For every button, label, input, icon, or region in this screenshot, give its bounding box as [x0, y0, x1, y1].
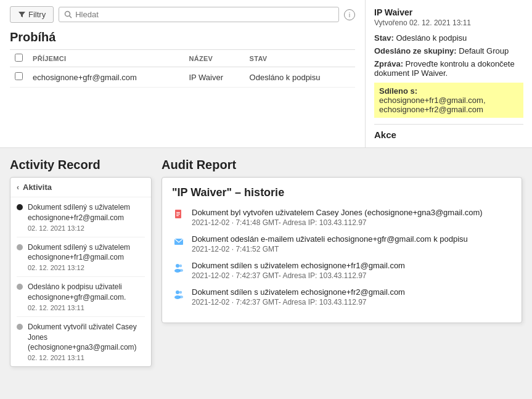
stav-label: Stav:: [374, 33, 394, 43]
odesl-value: Default Group: [459, 46, 509, 56]
row-status: Odesláno k podpisu: [245, 67, 355, 88]
audit-card-title: "IP Waiver" – historie: [172, 186, 512, 199]
activity-dot: [17, 284, 23, 290]
svg-point-11: [176, 290, 179, 294]
audit-item-date: 2021-12-02 · 7:41:48 GMT- Adresa IP: 103…: [192, 218, 512, 227]
audit-item-content: Dokument sdílen s uživatelem echosignone…: [192, 261, 512, 280]
odesl-row: Odesláno ze skupiny: Default Group: [374, 46, 523, 56]
top-section: Filtry i Probíhá PŘÍJEMCI NÁ: [0, 0, 532, 148]
row-checkbox[interactable]: [15, 72, 23, 80]
shared-box: Sdíleno s: echosignone+fr1@gmail.com, ec…: [374, 83, 523, 118]
audit-item: Dokument sdílen s uživatelem echosignone…: [172, 261, 512, 280]
search-icon: [64, 10, 72, 19]
activity-card: ‹ Aktivita Dokument sdílený s uživatelem…: [10, 177, 152, 367]
audit-item: Dokument byl vytvořen uživatelem Casey J…: [172, 208, 512, 227]
filter-label: Filtry: [28, 10, 46, 19]
svg-point-10: [179, 269, 183, 271]
zprava-row: Zpráva: Proveďte kontrolu a dokončete do…: [374, 59, 523, 78]
audit-item: Dokument sdílen s uživatelem echosignone…: [172, 287, 512, 306]
audit-item-icon: [172, 287, 186, 301]
info-icon[interactable]: i: [344, 9, 355, 20]
audit-item-icon: [172, 234, 186, 248]
sdileno-value: echosignone+fr1@gmail.com, echosignone+f…: [379, 96, 486, 114]
audit-item-icon: [172, 261, 186, 274]
activity-item-content: Dokument sdílený s uživatelem echosignon…: [28, 202, 145, 232]
activity-item: Odesláno k podpisu uživateli echosignone…: [17, 277, 145, 317]
search-input[interactable]: [75, 10, 334, 19]
akce-title: Akce: [374, 124, 523, 140]
activity-item-date: 02. 12. 2021 13:11: [28, 304, 145, 311]
activity-list: Dokument sdílený s uživatelem echosignon…: [10, 197, 151, 366]
table-row: echosignone+gfr@gmail.com IP Waiver Odes…: [10, 67, 355, 88]
audit-report-header: Audit Report: [162, 158, 522, 172]
activity-item-content: Dokument sdílený s uživatelem echosignon…: [28, 242, 145, 272]
activity-dot: [17, 324, 23, 330]
svg-rect-3: [176, 212, 180, 213]
stav-value: Odesláno k podpisu: [396, 33, 467, 43]
activity-card-header[interactable]: ‹ Aktivita: [10, 178, 151, 197]
audit-item-date: 2021-12-02 · 7:42:37 GMT- Adresa IP: 103…: [192, 271, 512, 280]
bottom-section: Activity Record ‹ Aktivita Dokument sdíl…: [0, 148, 532, 377]
activity-item-text: Odesláno k podpisu uživateli echosignone…: [28, 282, 145, 303]
zprava-label: Zpráva:: [374, 59, 403, 68]
right-panel: IP Waiver Vytvořeno 02. 12. 2021 13:11 S…: [366, 0, 532, 147]
activity-card-title: Aktivita: [23, 183, 52, 192]
activity-record-header: Activity Record: [10, 158, 152, 172]
th-nazev: NÁZEV: [184, 50, 244, 67]
activity-item: Dokument vytvořil uživatel Casey Jones (…: [17, 317, 145, 366]
svg-point-0: [65, 12, 70, 17]
row-checkbox-cell: [10, 67, 28, 88]
activity-dot: [17, 244, 23, 250]
audit-item-title: Dokument sdílen s uživatelem echosignone…: [192, 287, 512, 297]
svg-point-14: [179, 295, 183, 298]
documents-table: PŘÍJEMCI NÁZEV STAV echosignone+gfr@gmai…: [10, 49, 355, 88]
activity-item-content: Odesláno k podpisu uživateli echosignone…: [28, 282, 145, 311]
activity-item-date: 02. 12. 2021 13:11: [28, 354, 145, 361]
activity-item: Dokument sdílený s uživatelem echosignon…: [17, 237, 145, 278]
svg-point-7: [176, 264, 179, 268]
chevron-left-icon: ‹: [17, 183, 19, 192]
activity-item-text: Dokument sdílený s uživatelem echosignon…: [28, 202, 145, 223]
audit-item-title: Dokument byl vytvořen uživatelem Casey J…: [192, 208, 512, 217]
stav-row: Stav: Odesláno k podpisu: [374, 33, 523, 43]
doc-created: Vytvořeno 02. 12. 2021 13:11: [374, 19, 523, 27]
toolbar: Filtry i: [10, 6, 355, 23]
audit-item-content: Dokument odeslán e-mailem uživateli echo…: [192, 234, 512, 253]
th-stav: STAV: [245, 50, 355, 67]
funnel-icon: [18, 10, 26, 19]
section-title: Probíhá: [10, 30, 355, 44]
audit-card: "IP Waiver" – historie Dokument byl vytv…: [162, 177, 522, 323]
activity-item: Dokument sdílený s uživatelem echosignon…: [17, 197, 145, 237]
activity-record-section: Activity Record ‹ Aktivita Dokument sdíl…: [10, 158, 152, 367]
row-recipient: echosignone+gfr@gmail.com: [28, 67, 184, 88]
activity-dot: [17, 204, 23, 210]
activity-item-text: Dokument sdílený s uživatelem echosignon…: [28, 242, 145, 263]
audit-item-date: 2021-12-02 · 7:41:52 GMT: [192, 245, 512, 253]
audit-item-date: 2021-12-02 · 7:42:37 GMT- Adresa IP: 103…: [192, 298, 512, 306]
activity-item-content: Dokument vytvořil uživatel Casey Jones (…: [28, 322, 145, 361]
audit-item-icon: [172, 208, 186, 221]
row-name: IP Waiver: [184, 67, 244, 88]
audit-report-section: Audit Report "IP Waiver" – historie Doku…: [162, 158, 522, 367]
doc-title: IP Waiver: [374, 7, 523, 17]
audit-item-title: Dokument sdílen s uživatelem echosignone…: [192, 261, 512, 270]
filter-button[interactable]: Filtry: [10, 6, 54, 23]
activity-item-text: Dokument vytvořil uživatel Casey Jones (…: [28, 322, 145, 353]
audit-item-content: Dokument byl vytvořen uživatelem Casey J…: [192, 208, 512, 227]
audit-item-content: Dokument sdílen s uživatelem echosignone…: [192, 287, 512, 306]
th-checkbox: [10, 50, 28, 67]
table-header-row: PŘÍJEMCI NÁZEV STAV: [10, 50, 355, 67]
svg-rect-4: [176, 214, 180, 215]
svg-line-1: [70, 16, 72, 19]
left-panel: Filtry i Probíhá PŘÍJEMCI NÁ: [0, 0, 366, 147]
th-prijemci: PŘÍJEMCI: [28, 50, 184, 67]
audit-item: Dokument odeslán e-mailem uživateli echo…: [172, 234, 512, 253]
select-all-checkbox[interactable]: [15, 54, 23, 62]
svg-rect-5: [176, 215, 179, 216]
activity-item-date: 02. 12. 2021 13:12: [28, 264, 145, 271]
svg-point-12: [179, 291, 182, 294]
sdileno-label: Sdíleno s:: [379, 86, 417, 96]
activity-item-date: 02. 12. 2021 13:12: [28, 224, 145, 232]
audit-list: Dokument byl vytvořen uživatelem Casey J…: [172, 208, 512, 306]
search-box: [59, 7, 339, 22]
